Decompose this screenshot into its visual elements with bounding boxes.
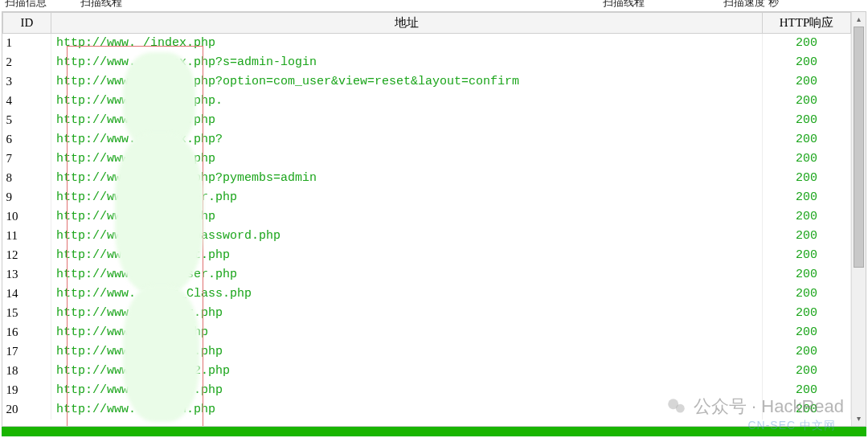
table-row[interactable]: 19http://www. /logout.php200 xyxy=(3,381,851,400)
results-grid[interactable]: ID 地址 HTTP响应 1http://www. /index.php2002… xyxy=(2,12,851,426)
cell-http-response: 200 xyxy=(763,342,851,362)
cell-address[interactable]: http://www. /changepassword.php xyxy=(51,227,763,246)
cell-id: 2 xyxy=(3,53,51,72)
cell-http-response: 200 xyxy=(763,130,851,149)
results-table[interactable]: ID 地址 HTTP响应 1http://www. /index.php2002… xyxy=(2,12,851,420)
cell-http-response: 200 xyxy=(763,188,851,207)
cell-http-response: 200 xyxy=(763,92,851,111)
cell-http-response: 200 xyxy=(763,227,851,246)
vertical-scrollbar[interactable]: ▴ ▾ xyxy=(851,12,866,426)
cell-id: 12 xyxy=(3,246,51,265)
scroll-down-arrow[interactable]: ▾ xyxy=(852,411,866,426)
cell-id: 9 xyxy=(3,188,51,207)
frag-scan-thread: 扫描线程 xyxy=(80,0,122,10)
cell-id: 19 xyxy=(3,381,51,400)
cell-http-response: 200 xyxy=(763,323,851,342)
cell-address[interactable]: http://www. /index.php? xyxy=(51,130,763,149)
cell-id: 18 xyxy=(3,362,51,381)
cell-http-response: 200 xyxy=(763,304,851,323)
table-row[interactable]: 4http://www. /index.php.200 xyxy=(3,92,851,111)
table-row[interactable]: 7http://www. /index.php200 xyxy=(3,149,851,169)
col-header-addr[interactable]: 地址 xyxy=(51,13,763,34)
cropped-header-fragments: 扫描信息 扫描线程 扫描线程 扫描速度 秒 xyxy=(0,0,868,11)
table-row[interactable]: 5http://www. /index.php200 xyxy=(3,111,851,130)
cell-http-response: 200 xyxy=(763,207,851,227)
cell-id: 11 xyxy=(3,227,51,246)
cell-http-response: 200 xyxy=(763,169,851,188)
table-row[interactable]: 2http://www. /index.php?s=admin-login200 xyxy=(3,53,851,72)
table-row[interactable]: 18http://www. /header2.php200 xyxy=(3,362,851,381)
cell-http-response: 200 xyxy=(763,111,851,130)
cell-address[interactable]: http://www. /Edit_Class.php xyxy=(51,284,763,304)
cell-address[interactable]: http://www. /del_user.php xyxy=(51,265,763,284)
table-row[interactable]: 9http://www. /add_user.php200 xyxy=(3,188,851,207)
table-row[interactable]: 15http://www. /footer.php200 xyxy=(3,304,851,323)
table-row[interactable]: 3http://www. /index.php?option=com_user&… xyxy=(3,72,851,92)
cell-http-response: 200 xyxy=(763,381,851,400)
cell-address[interactable]: http://www. /header2.php xyxy=(51,362,763,381)
cell-http-response: 200 xyxy=(763,400,851,420)
results-panel: ID 地址 HTTP响应 1http://www. /index.php2002… xyxy=(2,11,866,427)
cell-id: 16 xyxy=(3,323,51,342)
cell-address[interactable]: http://www. /header.php xyxy=(51,342,763,362)
table-row[interactable]: 17http://www. /header.php200 xyxy=(3,342,851,362)
cell-http-response: 200 xyxy=(763,265,851,284)
cell-address[interactable]: http://www. /index.php. xyxy=(51,92,763,111)
frag-scan-info: 扫描信息 xyxy=(5,0,47,10)
cell-id: 14 xyxy=(3,284,51,304)
cell-address[interactable]: http://www. /add_user.php xyxy=(51,188,763,207)
cell-http-response: 200 xyxy=(763,72,851,92)
cell-address[interactable]: http://www. /logout.php xyxy=(51,381,763,400)
cell-address[interactable]: http://www. /index.php?option=com_user&v… xyxy=(51,72,763,92)
cell-address[interactable]: http://www. /index.php xyxy=(51,111,763,130)
col-header-resp[interactable]: HTTP响应 xyxy=(763,13,851,34)
table-row[interactable]: 12http://www. /connect.php200 xyxy=(3,246,851,265)
table-row[interactable]: 20http://www. /login.php200 xyxy=(3,400,851,420)
cell-http-response: 200 xyxy=(763,284,851,304)
cell-http-response: 200 xyxy=(763,246,851,265)
cell-address[interactable]: http://www. /index.php xyxy=(51,34,763,53)
table-row[interactable]: 6http://www. /index.php?200 xyxy=(3,130,851,149)
cell-http-response: 200 xyxy=(763,149,851,169)
table-header-row: ID 地址 HTTP响应 xyxy=(3,13,851,34)
scroll-thumb[interactable] xyxy=(854,27,864,268)
cell-address[interactable]: http://www. /index.php?s=admin-login xyxy=(51,53,763,72)
table-row[interactable]: 16http://www. /head.php200 xyxy=(3,323,851,342)
scroll-up-arrow[interactable]: ▴ xyxy=(852,12,866,27)
cell-http-response: 200 xyxy=(763,362,851,381)
table-row[interactable]: 11http://www. /changepassword.php200 xyxy=(3,227,851,246)
cell-address[interactable]: http://www. /footer.php xyxy=(51,304,763,323)
table-row[interactable]: 10http://www. /blank.php200 xyxy=(3,207,851,227)
cell-address[interactable]: http://www. /connect.php xyxy=(51,246,763,265)
cell-http-response: 200 xyxy=(763,34,851,53)
table-row[interactable]: 1http://www. /index.php200 xyxy=(3,34,851,53)
table-row[interactable]: 13http://www. /del_user.php200 xyxy=(3,265,851,284)
cell-id: 3 xyxy=(3,72,51,92)
cell-id: 20 xyxy=(3,400,51,420)
cell-address[interactable]: http://www. /login.php xyxy=(51,400,763,420)
cell-id: 15 xyxy=(3,304,51,323)
progress-bar xyxy=(2,427,866,436)
table-row[interactable]: 14http://www. /Edit_Class.php200 xyxy=(3,284,851,304)
cell-address[interactable]: http://www. /blank.php xyxy=(51,207,763,227)
col-header-id[interactable]: ID xyxy=(3,13,51,34)
cell-id: 7 xyxy=(3,149,51,169)
cell-id: 10 xyxy=(3,207,51,227)
cell-id: 5 xyxy=(3,111,51,130)
cell-id: 8 xyxy=(3,169,51,188)
frag-right2: 扫描速度 秒 xyxy=(723,0,779,10)
cell-id: 6 xyxy=(3,130,51,149)
cell-address[interactable]: http://www. /head.php xyxy=(51,323,763,342)
cell-http-response: 200 xyxy=(763,53,851,72)
frag-right1: 扫描线程 xyxy=(603,0,645,10)
cell-id: 17 xyxy=(3,342,51,362)
cell-address[interactable]: http://www. /index.php xyxy=(51,149,763,169)
cell-address[interactable]: http://www. /index.php?pymembs=admin xyxy=(51,169,763,188)
cell-id: 13 xyxy=(3,265,51,284)
cell-id: 1 xyxy=(3,34,51,53)
cell-id: 4 xyxy=(3,92,51,111)
table-row[interactable]: 8http://www. /index.php?pymembs=admin200 xyxy=(3,169,851,188)
